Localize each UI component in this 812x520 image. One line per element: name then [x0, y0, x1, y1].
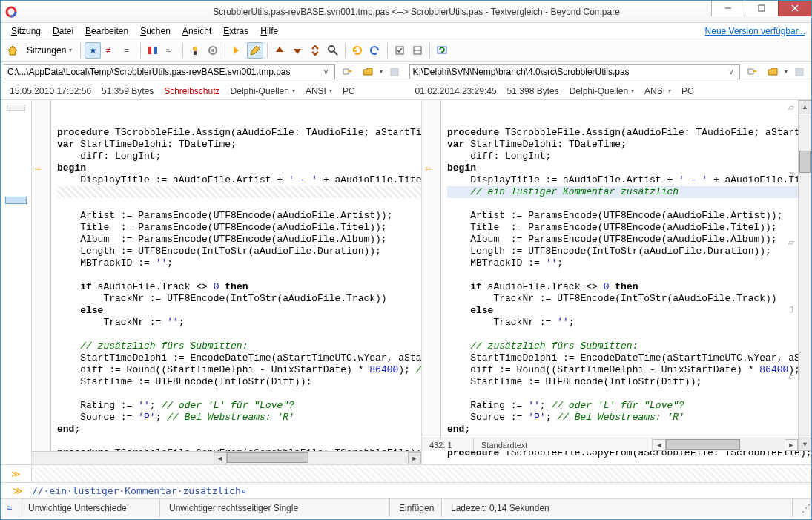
path-input-right[interactable]: K:\Delphi\SVN\Nemp\branch\4.0\src\Scrobb… — [409, 64, 741, 79]
code-line[interactable]: if aAudioFile.Track <> 0 then — [447, 281, 811, 293]
show-all-icon[interactable]: ★ — [85, 42, 101, 59]
sessions-dropdown[interactable]: Sitzungen▾ — [22, 43, 77, 58]
edit-icon[interactable] — [247, 42, 263, 59]
code-line[interactable]: Rating := ''; // oder 'L' für "Love"? — [57, 400, 421, 412]
code-line[interactable]: // zusätzlich fürs Submitten: — [57, 340, 421, 352]
resize-grip-icon[interactable]: ⋰ — [793, 499, 811, 517]
code-line[interactable]: end; — [57, 424, 421, 435]
code-line[interactable]: TrackNr := UTF8Encode(IntToStr(aAudioFil… — [57, 293, 421, 305]
code-line[interactable]: StartTimeDelphi := EncodeDateTime(aStart… — [57, 352, 421, 364]
code-line[interactable]: // zusätzlich fürs Submitten: — [447, 340, 811, 352]
explore-right-icon[interactable] — [744, 64, 760, 80]
code-line[interactable]: Album := ParamsEncode(UTF8Encode(aAudioF… — [57, 234, 421, 246]
code-line[interactable]: Artist := ParamsEncode(UTF8Encode(aAudio… — [57, 210, 421, 222]
code-line[interactable]: TrackNr := ''; — [57, 317, 421, 329]
code-line[interactable]: diff := Round((StartTimeDelphi - UnixSta… — [447, 364, 811, 376]
code-line[interactable]: Source := 'P'; // Bei Webstreams: 'R' — [57, 412, 421, 424]
menu-ansicht[interactable]: Ansicht — [178, 24, 216, 38]
path-dropdown-icon[interactable]: v — [321, 68, 331, 76]
swap-icon[interactable] — [307, 42, 323, 59]
code-line[interactable] — [447, 198, 811, 210]
format-icon[interactable] — [205, 42, 221, 59]
approx-icon[interactable]: ≈ — [162, 42, 179, 59]
code-line[interactable]: procedure TScrobbleFile.CopyFrom(aScrobb… — [57, 447, 421, 451]
code-line[interactable]: diff: LongInt; — [57, 151, 421, 162]
show-same-icon[interactable]: = — [120, 42, 136, 59]
hscroll-left[interactable]: ◄ ► — [32, 451, 421, 464]
undo-icon[interactable] — [367, 42, 383, 59]
diff-context-icon[interactable] — [145, 42, 161, 59]
vscroll-right[interactable]: ▲ ▼ — [798, 100, 811, 451]
code-line[interactable]: TrackNr := UTF8Encode(IntToStr(aAudioFil… — [447, 293, 811, 305]
save-left-icon[interactable] — [386, 64, 403, 80]
code-line[interactable]: var StartTimeDelphi: TDateTime; — [57, 139, 421, 151]
code-line[interactable]: MBTrackID := ''; — [57, 257, 421, 269]
menu-extras[interactable]: Extras — [219, 24, 253, 38]
left-enc-dropdown[interactable]: ANSI▾ — [306, 86, 332, 96]
code-line[interactable]: procedure TScrobbleFile.Assign(aAudioFil… — [57, 127, 421, 139]
code-line[interactable]: DisplayTitle := aAudioFile.Artist + ' - … — [57, 174, 421, 186]
code-line[interactable]: Album := ParamsEncode(UTF8Encode(aAudioF… — [447, 234, 811, 246]
menu-hilfe[interactable]: Hilfe — [256, 24, 283, 38]
menu-sitzung[interactable]: Sitzung — [7, 24, 45, 38]
open-right-icon[interactable] — [765, 64, 781, 80]
show-ws-icon[interactable] — [409, 42, 426, 59]
close-button[interactable] — [778, 0, 812, 16]
code-line[interactable]: diff: LongInt; — [447, 151, 811, 162]
copy-right-icon[interactable] — [229, 42, 245, 59]
code-line[interactable]: Source := 'P'; // Bei Webstreams: 'R' — [447, 412, 811, 424]
left-lang-dropdown[interactable]: Delphi-Quellen▾ — [231, 86, 295, 96]
menu-suchen[interactable]: Suchen — [136, 24, 175, 38]
reload-icon[interactable] — [349, 42, 366, 59]
code-line[interactable]: Title := ParamsEncode(UTF8Encode(aAudioF… — [447, 222, 811, 234]
rules-icon[interactable] — [187, 42, 203, 59]
code-line[interactable]: TrackNr := ''; — [447, 317, 811, 329]
right-lang-dropdown[interactable]: Delphi-Quellen▾ — [570, 86, 634, 96]
path-dropdown-icon[interactable]: v — [726, 68, 736, 76]
thumbnail-overview[interactable] — [1, 100, 32, 464]
path-input-left[interactable]: C:\...\AppData\Local\Temp\ScrobblerUtils… — [4, 64, 335, 79]
next-diff-icon[interactable] — [289, 42, 306, 59]
code-line[interactable]: begin — [57, 162, 421, 174]
prev-diff-icon[interactable] — [271, 42, 288, 59]
save-right-icon[interactable] — [791, 64, 808, 80]
minimize-button[interactable] — [711, 0, 745, 16]
explore-left-icon[interactable] — [339, 64, 355, 80]
open-left-icon[interactable] — [360, 64, 376, 80]
code-line[interactable] — [57, 329, 421, 340]
code-line[interactable] — [57, 388, 421, 400]
code-line[interactable]: procedure TScrobbleFile.Assign(aAudioFil… — [447, 127, 811, 139]
update-link[interactable]: Neue Version verfügbar... — [705, 26, 805, 36]
code-line[interactable]: else — [447, 305, 811, 317]
menu-bearbeiten[interactable]: Bearbeiten — [81, 24, 133, 38]
code-left[interactable]: procedure TScrobbleFile.Assign(aAudioFil… — [32, 100, 421, 451]
code-line[interactable]: Length := UTF8Encode(IntToStr(aAudioFile… — [57, 246, 421, 257]
show-diff-icon[interactable]: ≠ — [102, 42, 119, 59]
code-line[interactable]: Artist := ParamsEncode(UTF8Encode(aAudio… — [447, 210, 811, 222]
code-line[interactable] — [447, 269, 811, 281]
right-enc-dropdown[interactable]: ANSI▾ — [644, 86, 671, 96]
select-icon[interactable] — [392, 42, 408, 59]
refresh-icon[interactable] — [434, 42, 450, 59]
code-line[interactable]: diff := Round((StartTimeDelphi - UnixSta… — [57, 364, 421, 376]
code-line[interactable]: end; — [447, 424, 811, 435]
code-line[interactable]: Rating := ''; // oder 'L' für "Love"? — [447, 400, 811, 412]
menu-datei[interactable]: Datei — [48, 24, 78, 38]
code-line[interactable]: DisplayTitle := aAudioFile.Artist + ' - … — [447, 174, 811, 186]
code-line[interactable]: Length := UTF8Encode(IntToStr(aAudioFile… — [447, 246, 811, 257]
code-line[interactable]: StartTime := UTF8Encode(IntToStr(Diff)); — [57, 376, 421, 388]
code-line[interactable]: else — [57, 305, 421, 317]
code-line[interactable]: StartTime := UTF8Encode(IntToStr(Diff)); — [447, 376, 811, 388]
code-line[interactable]: var StartTimeDelphi: TDateTime; — [447, 139, 811, 151]
code-line[interactable] — [57, 435, 421, 447]
code-line[interactable] — [447, 329, 811, 340]
code-right[interactable]: procedure TScrobbleFile.Assign(aAudioFil… — [422, 100, 811, 464]
code-line[interactable] — [57, 198, 421, 210]
code-line[interactable]: Title := ParamsEncode(UTF8Encode(aAudioF… — [57, 222, 421, 234]
code-line[interactable]: begin — [447, 162, 811, 174]
maximize-button[interactable] — [745, 0, 779, 16]
find-icon[interactable] — [325, 42, 341, 59]
code-line[interactable]: MBTrackID := ''; — [447, 257, 811, 269]
code-line[interactable]: StartTimeDelphi := EncodeDateTime(aStart… — [447, 352, 811, 364]
code-line[interactable]: if aAudioFile.Track <> 0 then — [57, 281, 421, 293]
